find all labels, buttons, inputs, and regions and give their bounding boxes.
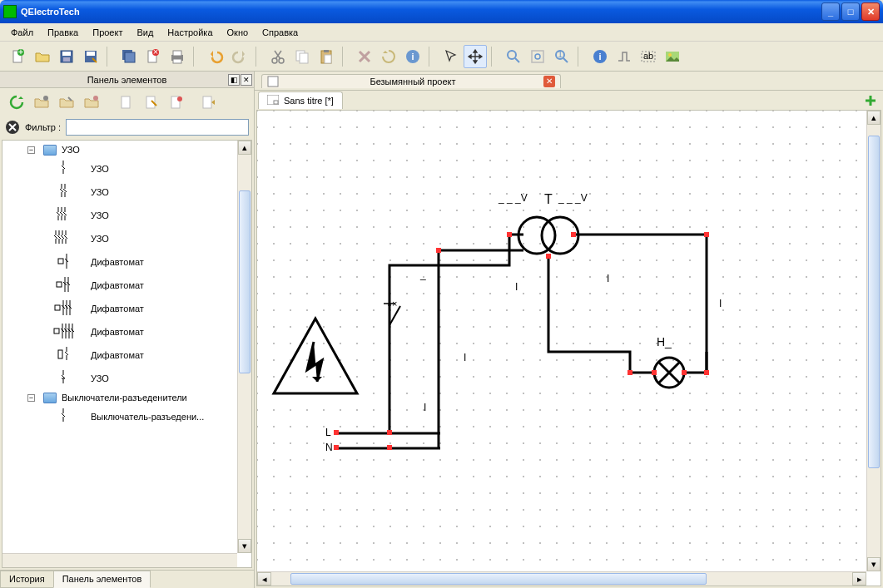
filter-input[interactable] xyxy=(66,119,249,136)
zoom-fit-button[interactable] xyxy=(526,45,549,68)
tree-item[interactable]: УЗО xyxy=(2,157,251,180)
scroll-thumb[interactable] xyxy=(290,573,707,585)
tree-item[interactable]: Дифавтомат xyxy=(2,297,251,320)
maximize-button[interactable]: □ xyxy=(841,2,860,21)
svg-rect-62 xyxy=(628,370,632,375)
select-tool-button[interactable] xyxy=(439,45,463,68)
tab-elements-panel[interactable]: Панель элементов xyxy=(53,571,151,588)
menu-project[interactable]: Проект xyxy=(87,26,128,39)
tree-item-label: Дифавтомат xyxy=(91,350,144,360)
collapse-icon[interactable]: − xyxy=(27,394,35,402)
tree-item[interactable]: УЗО xyxy=(2,180,251,204)
project-icon xyxy=(267,76,279,87)
delete-element-button[interactable] xyxy=(165,91,188,114)
save-all-button[interactable] xyxy=(117,45,141,68)
tree-item-label: УЗО xyxy=(91,187,109,197)
tree-folder[interactable]: − Выключатели-разъеденители xyxy=(2,390,251,405)
tree-item[interactable]: Дифавтомат xyxy=(2,250,251,274)
scroll-thumb[interactable] xyxy=(239,190,251,373)
canvas-scrollbar-vertical[interactable]: ▴ ▾ xyxy=(866,111,881,571)
tree-item[interactable]: УЗО xyxy=(2,204,251,227)
menu-settings[interactable]: Настройка xyxy=(161,26,218,39)
new-element-button[interactable] xyxy=(115,91,138,114)
canvas-label: I xyxy=(515,281,518,293)
canvas-label: _ xyxy=(420,269,426,280)
clear-filter-icon[interactable] xyxy=(5,120,20,135)
elements-tree[interactable]: − УЗО УЗО УЗО УЗО УЗО Дифавтомат Дифавто… xyxy=(2,140,252,568)
svg-text:×: × xyxy=(392,299,397,309)
new-category-button[interactable] xyxy=(30,91,53,114)
redo-button[interactable] xyxy=(228,45,251,68)
tree-scrollbar-horizontal[interactable] xyxy=(2,553,237,567)
tree-scrollbar-vertical[interactable]: ▴ ▾ xyxy=(237,141,251,553)
reload-button[interactable] xyxy=(5,91,28,114)
tab-history[interactable]: История xyxy=(0,571,54,588)
tree-item-label: Дифавтомат xyxy=(91,257,144,267)
svg-point-37 xyxy=(93,96,98,101)
svg-point-53 xyxy=(518,217,555,254)
undo-button[interactable] xyxy=(204,45,227,68)
save-as-button[interactable] xyxy=(79,45,102,68)
tree-item[interactable]: Дифавтомат xyxy=(2,274,251,297)
panel-close-button[interactable]: ✕ xyxy=(241,74,252,86)
scroll-up-icon[interactable]: ▴ xyxy=(867,111,881,125)
cut-button[interactable] xyxy=(266,45,290,68)
close-tab-button[interactable]: ✕ xyxy=(543,76,555,87)
edit-element-button[interactable] xyxy=(140,91,163,114)
add-sheet-button[interactable] xyxy=(863,93,878,108)
svg-rect-14 xyxy=(173,51,181,56)
delete-button[interactable] xyxy=(353,45,376,68)
new-button[interactable]: + xyxy=(7,45,30,68)
svg-rect-38 xyxy=(122,96,130,108)
menu-edit[interactable]: Правка xyxy=(42,26,84,39)
move-tool-button[interactable] xyxy=(464,45,487,68)
tree-item[interactable]: УЗО xyxy=(2,227,251,250)
rotate-button[interactable] xyxy=(377,45,400,68)
scroll-left-icon[interactable]: ◂ xyxy=(257,572,271,586)
sheet-icon xyxy=(267,95,279,106)
panel-float-button[interactable]: ◧ xyxy=(228,74,240,86)
scroll-up-icon[interactable]: ▴ xyxy=(238,141,251,155)
close-file-button[interactable]: × xyxy=(141,45,165,68)
canvas-scrollbar-horizontal[interactable]: ◂ ▸ xyxy=(257,571,866,586)
tree-item-label: УЗО xyxy=(91,373,109,383)
open-button[interactable] xyxy=(31,45,54,68)
minimize-button[interactable]: _ xyxy=(821,2,840,21)
menu-file[interactable]: Файл xyxy=(5,26,39,39)
sheet-tab[interactable]: Sans titre [*] xyxy=(258,91,343,109)
svg-text:i: i xyxy=(411,52,414,62)
canvas-label: T xyxy=(544,192,553,207)
zoom-button[interactable] xyxy=(502,45,525,68)
menu-view[interactable]: Вид xyxy=(131,26,159,39)
menu-window[interactable]: Окно xyxy=(221,26,255,39)
print-button[interactable] xyxy=(166,45,189,68)
scroll-down-icon[interactable]: ▾ xyxy=(238,539,251,553)
copy-button[interactable] xyxy=(290,45,314,68)
scroll-thumb[interactable] xyxy=(868,136,880,468)
zoom-reset-button[interactable]: 1 xyxy=(550,45,573,68)
scroll-right-icon[interactable]: ▸ xyxy=(852,572,866,586)
collapse-icon[interactable]: − xyxy=(27,146,35,154)
info-button[interactable]: i xyxy=(401,45,424,68)
titleblock-button[interactable]: ab xyxy=(637,45,660,68)
menu-help[interactable]: Справка xyxy=(256,26,304,39)
save-button[interactable] xyxy=(55,45,78,68)
close-button[interactable]: ✕ xyxy=(861,2,880,21)
tree-folder[interactable]: − УЗО xyxy=(2,142,251,157)
tree-item[interactable]: УЗО xyxy=(2,367,251,390)
edit-category-button[interactable] xyxy=(55,91,78,114)
scroll-down-icon[interactable]: ▾ xyxy=(867,557,881,571)
tree-item[interactable]: Дифавтомат xyxy=(2,343,251,367)
canvas-label: N xyxy=(325,442,333,453)
delete-category-button[interactable] xyxy=(80,91,103,114)
image-button[interactable] xyxy=(661,45,684,68)
project-tab[interactable]: Безымянный проект ✕ xyxy=(261,74,561,88)
paste-button[interactable] xyxy=(315,45,338,68)
import-button[interactable] xyxy=(196,91,220,114)
tree-item[interactable]: Дифавтомат xyxy=(2,320,251,343)
canvas[interactable]: × xyxy=(256,110,881,586)
wire-tool-button[interactable] xyxy=(613,45,636,68)
help-info-button[interactable]: i xyxy=(588,45,612,68)
tree-item[interactable]: Выключатель-разъедени... xyxy=(2,405,251,428)
svg-rect-44 xyxy=(58,259,63,264)
